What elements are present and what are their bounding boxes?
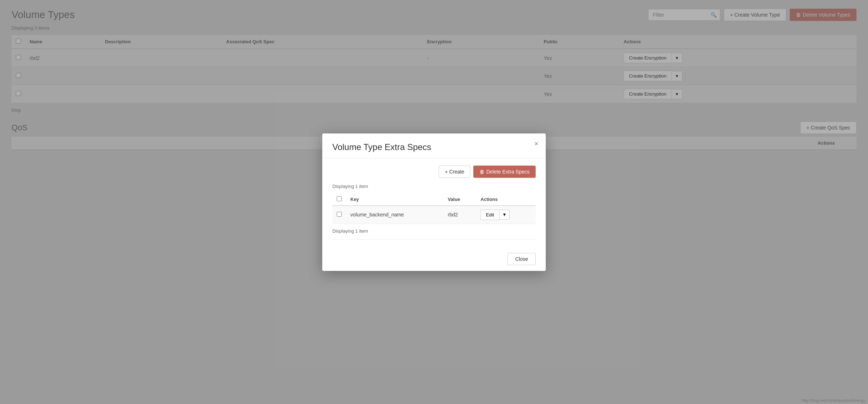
modal-col-checkbox xyxy=(332,193,346,206)
modal-header: Volume Type Extra Specs × xyxy=(322,133,546,158)
modal-body: + Create 🗑 Delete Extra Specs Displaying… xyxy=(322,158,546,247)
modal-table-header: Key Value Actions xyxy=(332,193,536,206)
modal-row-value: rbd2 xyxy=(443,206,476,224)
modal-toolbar: + Create 🗑 Delete Extra Specs xyxy=(332,166,536,178)
modal-row-actions: Edit ▼ xyxy=(476,206,536,224)
modal: Volume Type Extra Specs × + Create 🗑 Del… xyxy=(322,133,546,271)
modal-delete-label: Delete Extra Specs xyxy=(486,169,530,175)
modal-displaying-count-bottom: Displaying 1 item xyxy=(332,228,536,240)
modal-delete-button[interactable]: 🗑 Delete Extra Specs xyxy=(473,166,536,178)
modal-overlay: Volume Type Extra Specs × + Create 🗑 Del… xyxy=(0,0,868,404)
modal-select-all[interactable] xyxy=(337,196,342,201)
modal-row-checkbox[interactable] xyxy=(337,212,342,217)
modal-close-footer-button[interactable]: Close xyxy=(508,253,536,265)
modal-col-value: Value xyxy=(443,193,476,206)
modal-action-btn-group: Edit ▼ xyxy=(480,210,510,220)
modal-close-button[interactable]: × xyxy=(534,140,539,147)
modal-col-key: Key xyxy=(346,193,443,206)
modal-create-button[interactable]: + Create xyxy=(439,166,470,178)
modal-row-checkbox-cell xyxy=(332,206,346,224)
edit-button[interactable]: Edit xyxy=(480,210,499,220)
edit-caret[interactable]: ▼ xyxy=(500,210,510,220)
trash-icon-modal: 🗑 xyxy=(479,169,484,175)
modal-col-actions: Actions xyxy=(476,193,536,206)
modal-footer: Close xyxy=(322,247,546,271)
modal-displaying-count-top: Displaying 1 item xyxy=(332,184,536,189)
modal-table: Key Value Actions volume_backend_name rb… xyxy=(332,193,536,224)
modal-table-row: volume_backend_name rbd2 Edit ▼ xyxy=(332,206,536,224)
modal-title: Volume Type Extra Specs xyxy=(332,142,536,152)
modal-row-key: volume_backend_name xyxy=(346,206,443,224)
